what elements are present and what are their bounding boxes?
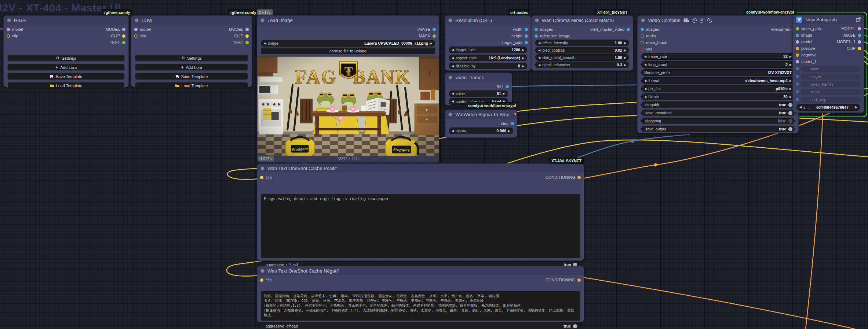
clip-input-port[interactable] xyxy=(260,278,263,282)
node-video-combine[interactable]: Video Combine V H S ? images Filenames a… xyxy=(637,15,799,133)
text-output-port[interactable] xyxy=(245,41,249,44)
megabit-toggle[interactable]: megabittrue xyxy=(641,101,795,108)
combo-right-arrow-icon[interactable] xyxy=(430,42,432,45)
effect-intensity-widget[interactable]: effect_intensity1.00 xyxy=(535,40,629,46)
end-step-input-port[interactable] xyxy=(796,98,799,101)
collapse-dot-icon[interactable] xyxy=(448,75,452,80)
clip-output-port[interactable] xyxy=(245,34,249,38)
value-widget[interactable]: value81 xyxy=(449,90,508,97)
step-output-port[interactable] xyxy=(511,122,514,125)
toggle-knob[interactable] xyxy=(788,119,792,123)
node-wanvideo-sigma-to-step[interactable]: WanVideo Sigma To Step? step sigma0.900 xyxy=(445,110,517,138)
toggle-knob[interactable] xyxy=(788,111,792,115)
frame-rate-widget[interactable]: frame_rate32 xyxy=(641,53,795,60)
save-template-button[interactable]: Save Template xyxy=(7,73,125,80)
image-output-port[interactable] xyxy=(433,28,436,31)
detail-crispness-widget[interactable]: detail_crispness0.3 xyxy=(535,62,629,68)
settings-button[interactable]: Settings xyxy=(7,55,125,62)
negative-input-port[interactable] xyxy=(796,53,799,57)
image-filename-combo[interactable]: image Lusera UPSCALED_00006_ (1).png xyxy=(261,40,435,47)
collapse-dot-icon[interactable] xyxy=(260,18,265,22)
steps-widget[interactable]: steps xyxy=(801,89,861,95)
node-wan-chroma-mimic[interactable]: Wan Chroma Mimic (Color Match) images ol… xyxy=(531,15,633,71)
oled-master-video-output-port[interactable] xyxy=(627,28,630,31)
images-input-port[interactable] xyxy=(641,28,644,31)
height-output-port[interactable] xyxy=(525,34,528,38)
add-lora-button[interactable]: Add Lora xyxy=(7,64,125,71)
positive-input-port[interactable] xyxy=(796,47,799,50)
conditioning-output-port[interactable] xyxy=(577,278,581,282)
clip-input-port[interactable] xyxy=(134,34,138,38)
collapse-dot-icon[interactable] xyxy=(448,18,452,22)
pix-fmt-widget[interactable]: pix_fmtp010le xyxy=(641,85,795,92)
model-output-port[interactable] xyxy=(245,28,249,31)
toggle-knob[interactable] xyxy=(788,103,792,107)
video-frames-widget[interactable]: video_frames xyxy=(801,81,861,87)
reference-image-input-port[interactable] xyxy=(535,34,538,38)
steps-input-port[interactable] xyxy=(796,90,799,93)
node-wan-text-negative[interactable]: Wan Text OneShot Cache Négatif clip COND… xyxy=(257,266,584,322)
model-1-input-port[interactable] xyxy=(796,60,799,63)
pingpong-toggle[interactable]: pingpongfalse xyxy=(641,118,795,124)
video-path-input-port[interactable] xyxy=(796,27,799,30)
width-input-port[interactable] xyxy=(796,67,799,70)
format-widget[interactable]: formatvideo/nvenc_hevc-mp4 xyxy=(641,77,795,84)
open-subgraph-icon[interactable] xyxy=(856,17,861,22)
seed-widget[interactable]: s ...604409449579647 xyxy=(796,104,860,111)
skin-metal-smooth-widget[interactable]: skin_metal_smooth1.00 xyxy=(535,54,629,61)
bitrate-widget[interactable]: bitrate30 xyxy=(641,93,795,100)
node-resolution-crt[interactable]: Resolution (CRT) width height longer_sid… xyxy=(445,15,531,71)
text-output-port[interactable] xyxy=(122,41,125,44)
width-widget[interactable]: width xyxy=(801,66,861,72)
meta-batch-input-port[interactable] xyxy=(641,41,644,44)
load-template-button[interactable]: Load Template xyxy=(135,82,248,89)
node-header[interactable]: HIGH xyxy=(4,16,128,25)
model-output-port[interactable] xyxy=(122,28,125,31)
node-header[interactable]: Load Image xyxy=(257,16,439,25)
clip-input-port[interactable] xyxy=(7,34,10,38)
images-input-port[interactable] xyxy=(535,28,538,31)
collapse-dot-icon[interactable] xyxy=(260,166,265,170)
clip-output-port[interactable] xyxy=(122,34,125,38)
collapse-dot-icon[interactable] xyxy=(535,18,539,22)
vae-input-port[interactable] xyxy=(641,48,644,51)
positive-prompt-textarea[interactable]: Frogs eating donuts and righ frog is rea… xyxy=(261,194,580,258)
loop-count-widget[interactable]: loop_count0 xyxy=(641,61,795,68)
aspect-ratio-widget[interactable]: aspect_ratio16:9 (Landscape) xyxy=(449,55,527,61)
negative-prompt-textarea[interactable]: 闪烁, 画面抖动, 屏幕晃动, 故障艺术, 过曝, 模糊, JPEG压缩残留, … xyxy=(261,291,580,321)
mask-output-port[interactable] xyxy=(433,34,436,38)
node-header[interactable]: LOW xyxy=(131,16,252,25)
node-new-subgraph[interactable]: New Subgraph video_path MODEL image IMAG… xyxy=(792,15,864,113)
end-step-widget[interactable]: end_step xyxy=(801,97,861,103)
model-1-output-port[interactable] xyxy=(858,40,861,44)
int-output-port[interactable] xyxy=(506,85,509,88)
clip-output-port[interactable] xyxy=(858,47,861,50)
divisible-by-widget[interactable]: divisible_by8 xyxy=(449,63,527,69)
conditioning-output-port[interactable] xyxy=(577,176,581,179)
save-metadata-toggle[interactable]: save_metadatatrue xyxy=(641,110,795,116)
audio-input-port[interactable] xyxy=(641,34,644,38)
oled-contrast-widget[interactable]: oled_contrast0.02 xyxy=(535,47,629,53)
model-input-port[interactable] xyxy=(134,28,138,31)
load-template-button[interactable]: Load Template xyxy=(7,82,125,89)
collapse-dot-icon[interactable] xyxy=(135,18,139,22)
height-input-port[interactable] xyxy=(796,75,799,78)
video-frames-input-port[interactable] xyxy=(796,82,799,86)
toggle-knob[interactable] xyxy=(573,324,577,328)
filename-prefix-widget[interactable]: filename_prefixI2V XT/I2VXT xyxy=(641,69,795,76)
model-input-port[interactable] xyxy=(796,40,799,44)
add-lora-button[interactable]: Add Lora xyxy=(135,64,248,71)
aggressive-offload-toggle[interactable]: aggressive_offloadtrue xyxy=(262,323,579,329)
collapse-dot-icon[interactable] xyxy=(7,18,11,22)
node-load-image[interactable]: Load Image IMAGE MASK image Lusera UPSCA… xyxy=(257,15,439,163)
node-low-lora-loader[interactable]: LOW model MODEL clip CLIP TEXT Settings … xyxy=(131,15,252,87)
longer-side-output-port[interactable] xyxy=(525,41,528,44)
combo-left-arrow-icon[interactable] xyxy=(264,42,266,45)
toggle-knob[interactable] xyxy=(788,127,792,131)
clip-input-port[interactable] xyxy=(260,176,263,179)
choose-file-button[interactable]: choose file to upload xyxy=(261,47,435,54)
settings-button[interactable]: Settings xyxy=(135,55,248,62)
node-wan-text-positive[interactable]: Wan Text OneShot Cache Positif clip COND… xyxy=(257,163,584,261)
save-template-button[interactable]: Save Template xyxy=(135,73,248,80)
node-video-frames[interactable]: video_frames INT value81 control_after_g… xyxy=(445,73,512,106)
